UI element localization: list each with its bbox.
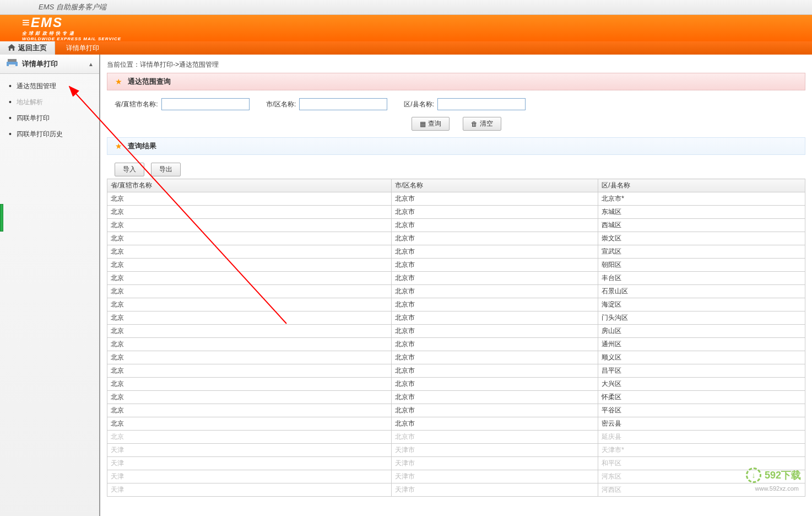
sidebar-item-2[interactable]: 四联单打印	[0, 110, 99, 126]
table-row[interactable]: 北京北京市门头沟区	[107, 311, 805, 325]
sidebar-menu: 通达范围管理地址解析四联单打印四联单打印历史	[0, 74, 99, 147]
table-row[interactable]: 北京北京市北京市*	[107, 192, 805, 206]
nav-bar: 返回主页 详情单打印	[0, 41, 812, 55]
table-row[interactable]: 天津天津市河东区	[107, 470, 805, 483]
table-row[interactable]: 北京北京市大兴区	[107, 378, 805, 391]
trash-icon: 🗑	[471, 120, 478, 128]
province-input[interactable]	[161, 98, 250, 110]
county-input[interactable]	[437, 98, 526, 110]
app-title: EMS 自助服务客户端	[39, 3, 106, 11]
table-row[interactable]: 北京北京市宣武区	[107, 245, 805, 259]
ems-logo: ≡EMS 全 球 邮 政 特 快 专 递 WORLDWIDE EXPRESS M…	[22, 15, 121, 41]
nav-home-button[interactable]: 返回主页	[0, 41, 55, 55]
table-row[interactable]: 北京北京市石景山区	[107, 285, 805, 298]
table-row[interactable]: 北京北京市丰台区	[107, 272, 805, 285]
city-label: 市/区名称:	[266, 100, 296, 109]
table-row[interactable]: 北京北京市朝阳区	[107, 259, 805, 272]
table-row[interactable]: 北京北京市崇文区	[107, 232, 805, 245]
table-row[interactable]: 北京北京市昌平区	[107, 364, 805, 378]
watermark-icon: ↓	[746, 467, 761, 483]
table-row[interactable]: 天津天津市河西区	[107, 483, 805, 497]
table-row[interactable]: 北京北京市密云县	[107, 417, 805, 431]
table-row[interactable]: 北京北京市通州区	[107, 338, 805, 351]
printer-icon	[6, 59, 19, 69]
import-export-row: 导入 导出	[107, 160, 805, 179]
table-row[interactable]: 北京北京市平谷区	[107, 404, 805, 417]
logo-sub-cn: 全 球 邮 政 特 快 专 递	[22, 30, 121, 36]
province-label: 省/直辖市名称:	[115, 100, 158, 109]
section-result-header: ★ 查询结果	[107, 137, 805, 155]
watermark: ↓ 592下载	[746, 467, 801, 483]
watermark-text: 592下载	[765, 469, 801, 482]
table-row[interactable]: 北京北京市海淀区	[107, 298, 805, 311]
home-icon	[8, 44, 15, 52]
window-title-bar: EMS 自助服务客户端	[0, 0, 812, 15]
logo-main: ≡EMS	[22, 15, 63, 30]
svg-rect-0	[8, 59, 17, 62]
result-table: 省/直辖市名称市/区名称区/县名称 北京北京市北京市*北京北京市东城区北京北京市…	[107, 179, 805, 497]
export-button-label: 导出	[159, 165, 172, 174]
star-icon: ★	[115, 142, 122, 150]
clear-button[interactable]: 🗑 清空	[463, 117, 501, 131]
left-green-strip	[0, 204, 3, 232]
table-row[interactable]: 天津天津市天津市*	[107, 444, 805, 457]
table-header-2: 区/县名称	[598, 179, 805, 192]
nav-tab-label: 详情单打印	[66, 44, 99, 53]
table-row[interactable]: 北京北京市延庆县	[107, 431, 805, 444]
clear-button-label: 清空	[480, 119, 493, 128]
section-query-header: ★ 通达范围查询	[107, 73, 805, 90]
query-button[interactable]: ▦ 查询	[412, 117, 450, 131]
collapse-icon[interactable]: ▲	[88, 61, 94, 67]
table-row[interactable]: 北京北京市顺义区	[107, 351, 805, 364]
county-label: 区/县名称:	[404, 100, 434, 109]
sidebar-item-0[interactable]: 通达范围管理	[0, 78, 99, 94]
table-header-0: 省/直辖市名称	[107, 179, 392, 192]
search-icon: ▦	[420, 120, 426, 128]
import-button-label: 导入	[123, 165, 136, 174]
nav-active-tab[interactable]: 详情单打印	[55, 41, 154, 55]
table-row[interactable]: 北京北京市房山区	[107, 325, 805, 338]
nav-home-label: 返回主页	[18, 43, 47, 53]
table-row[interactable]: 北京北京市西城区	[107, 219, 805, 232]
sidebar: 详情单打印 ▲ 通达范围管理地址解析四联单打印四联单打印历史	[0, 55, 100, 516]
button-row: ▦ 查询 🗑 清空	[107, 117, 805, 137]
section-query-title: 通达范围查询	[128, 77, 171, 87]
table-row[interactable]: 北京北京市东城区	[107, 206, 805, 219]
import-button[interactable]: 导入	[115, 163, 144, 176]
section-result-title: 查询结果	[128, 141, 156, 151]
sidebar-item-1[interactable]: 地址解析	[0, 94, 99, 110]
export-button[interactable]: 导出	[151, 163, 181, 176]
content-area: 当前位置：详情单打印->通达范围管理 ★ 通达范围查询 省/直辖市名称: 市/区…	[100, 55, 812, 516]
watermark-url: www.592xz.com	[755, 485, 799, 492]
table-header-1: 市/区名称	[391, 179, 598, 192]
table-row[interactable]: 北京北京市怀柔区	[107, 391, 805, 404]
sidebar-item-3[interactable]: 四联单打印历史	[0, 126, 99, 142]
query-button-label: 查询	[428, 119, 441, 128]
sidebar-header[interactable]: 详情单打印 ▲	[0, 55, 99, 74]
breadcrumb: 当前位置：详情单打印->通达范围管理	[107, 60, 805, 69]
logo-sub-en: WORLDWIDE EXPRESS MAIL SERVICE	[22, 36, 121, 41]
star-icon: ★	[115, 77, 122, 86]
table-row[interactable]: 天津天津市和平区	[107, 457, 805, 470]
search-row: 省/直辖市名称: 市/区名称: 区/县名称:	[107, 96, 805, 117]
city-input[interactable]	[299, 98, 387, 110]
header-banner: ≡EMS 全 球 邮 政 特 快 专 递 WORLDWIDE EXPRESS M…	[0, 15, 812, 41]
svg-rect-2	[9, 64, 15, 68]
sidebar-header-label: 详情单打印	[22, 59, 88, 69]
